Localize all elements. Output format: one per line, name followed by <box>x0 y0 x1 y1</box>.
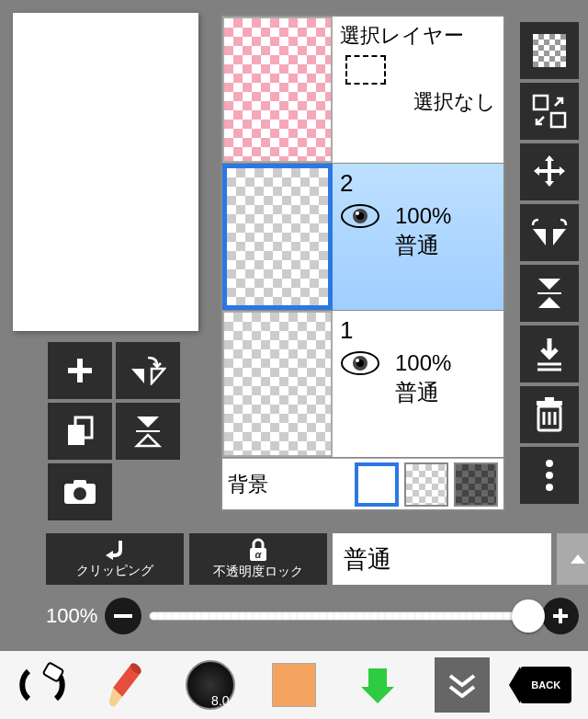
blend-mode-arrow[interactable] <box>557 533 588 585</box>
bg-white-swatch[interactable] <box>355 462 399 507</box>
brush-circle-icon: 8.0 <box>186 660 235 710</box>
chevron-double-down-icon <box>447 672 478 698</box>
back-button[interactable]: BACK <box>518 657 573 713</box>
layer-row-2[interactable]: 2 100% 普通 <box>222 164 503 311</box>
current-color-icon <box>272 663 316 707</box>
opacity-increase-button[interactable] <box>542 598 579 634</box>
flip-vertical-button[interactable] <box>116 403 180 460</box>
selection-status: 選択なし <box>340 88 496 116</box>
layer-thumb <box>222 164 333 310</box>
download-button[interactable] <box>350 657 405 713</box>
camera-import-button[interactable] <box>48 463 112 520</box>
lock-icon: α <box>248 538 268 562</box>
layer-opacity: 100% <box>395 350 451 376</box>
brush-size-value: 8.0 <box>211 693 229 708</box>
transform-button[interactable] <box>520 83 579 140</box>
brush-tool[interactable] <box>98 657 153 713</box>
clipping-icon <box>102 539 128 561</box>
canvas[interactable] <box>13 13 198 331</box>
layer-thumb <box>222 311 333 457</box>
svg-point-19 <box>546 472 553 479</box>
bg-checker-swatch[interactable] <box>404 462 448 507</box>
blend-mode-value: 普通 <box>344 543 391 576</box>
merge-down-button[interactable] <box>520 325 579 382</box>
color-swatch[interactable] <box>266 657 322 713</box>
background-label: 背景 <box>228 471 349 498</box>
layer-blend: 普通 <box>395 378 496 407</box>
svg-text:α: α <box>255 549 263 560</box>
layer-options-row: クリッピング α 不透明度ロック 普通 <box>46 533 588 585</box>
bg-dark-swatch[interactable] <box>454 462 498 507</box>
back-label: BACK <box>531 679 560 690</box>
duplicate-layer-button[interactable] <box>48 403 112 460</box>
alpha-lock-button[interactable]: α 不透明度ロック <box>189 533 327 585</box>
svg-point-7 <box>356 359 359 362</box>
background-row: 背景 <box>222 458 503 509</box>
clipping-button[interactable]: クリッピング <box>46 533 184 585</box>
blend-mode-dropdown[interactable]: 普通 <box>333 533 551 585</box>
brush-preview[interactable]: 8.0 <box>183 657 238 713</box>
delete-layer-button[interactable] <box>520 386 579 443</box>
visibility-icon[interactable] <box>340 350 380 376</box>
add-layer-button[interactable] <box>48 342 112 399</box>
svg-point-20 <box>546 484 553 491</box>
triangle-up-icon <box>569 553 587 565</box>
selection-layer-row[interactable]: 選択レイヤー 選択なし <box>222 17 503 164</box>
opacity-percent: 100% <box>46 604 97 628</box>
flip-horizontal-button[interactable] <box>116 342 180 399</box>
selection-layer-thumb <box>222 17 333 163</box>
opacity-slider-row: 100% <box>46 598 579 634</box>
layer-row-1[interactable]: 1 100% 普通 <box>222 311 503 458</box>
clear-layer-button[interactable] <box>520 22 579 79</box>
slider-thumb[interactable] <box>512 599 545 633</box>
svg-point-3 <box>356 211 359 215</box>
layer-action-group <box>48 342 180 520</box>
visibility-icon[interactable] <box>340 203 380 229</box>
svg-rect-23 <box>114 614 132 618</box>
svg-rect-14 <box>551 113 565 127</box>
flip-v-button[interactable] <box>520 265 579 322</box>
svg-rect-11 <box>74 480 86 485</box>
layer-panel: 選択レイヤー 選択なし 2 100% 普通 1 100% 普通 背景 <box>220 15 505 511</box>
layer-blend: 普通 <box>395 231 496 260</box>
move-button[interactable] <box>520 143 579 200</box>
selection-layer-title: 選択レイヤー <box>340 22 496 50</box>
clipping-label: クリッピング <box>76 563 153 579</box>
collapse-panel-button[interactable] <box>435 657 490 713</box>
layer-name: 1 <box>340 316 496 345</box>
opacity-decrease-button[interactable] <box>105 598 141 634</box>
svg-point-18 <box>546 460 553 467</box>
flip-h-button[interactable] <box>520 204 579 261</box>
eraser-tool[interactable] <box>15 657 70 713</box>
selection-marquee-icon <box>345 55 386 85</box>
svg-rect-17 <box>545 397 554 402</box>
checker-icon <box>533 34 566 67</box>
bottom-toolbar: 8.0 BACK <box>0 651 588 719</box>
alpha-lock-label: 不透明度ロック <box>213 564 303 580</box>
layer-opacity: 100% <box>395 203 451 229</box>
svg-point-12 <box>74 487 86 500</box>
more-options-button[interactable] <box>520 447 579 504</box>
right-tool-column <box>520 22 579 504</box>
opacity-slider[interactable] <box>149 611 535 621</box>
layer-name: 2 <box>340 169 496 198</box>
svg-rect-13 <box>534 96 548 109</box>
